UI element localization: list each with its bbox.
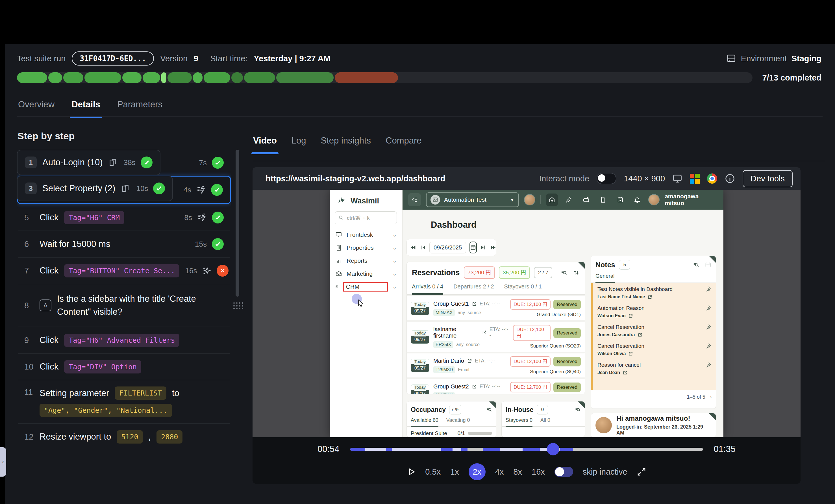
video-frame[interactable]: Wasimil ctrl/⌘ + k Frontdesk ⌄ Propertie… (252, 190, 800, 437)
tab-general[interactable]: General (595, 273, 615, 283)
reservation-row[interactable]: Today09/27 Group Guest2 ETA: --:-- MINZA… (407, 378, 585, 395)
home-nav-icon[interactable] (546, 194, 558, 206)
external-link-icon[interactable] (628, 351, 633, 356)
monitor-icon[interactable] (672, 174, 683, 184)
skip-start-icon[interactable] (420, 244, 426, 250)
note-item[interactable]: Test Notes visible in Dashboard Last Nam… (593, 283, 716, 302)
tab-stayovers[interactable]: Stayovers 0 / 1 (504, 283, 542, 294)
external-link-icon[interactable] (648, 295, 652, 300)
sidebar-collapse-button[interactable] (408, 193, 421, 206)
speed-16x-button[interactable]: 16x (532, 467, 545, 477)
skip-end-icon[interactable] (480, 244, 486, 250)
skip-inactive-toggle[interactable] (554, 467, 573, 477)
note-item[interactable]: Cancel Reservation Wilson Olivia (593, 340, 716, 359)
sort-icon[interactable] (573, 269, 579, 276)
sidebar-item-marketing[interactable]: Marketing ⌄ (330, 267, 402, 280)
pin-icon[interactable] (706, 324, 711, 330)
tab-overview[interactable]: Overview (18, 99, 55, 115)
pin-icon[interactable] (706, 362, 711, 368)
external-link-icon[interactable] (472, 301, 477, 306)
speed-1x-button[interactable]: 1x (450, 467, 459, 477)
calendar-add-icon[interactable] (614, 194, 626, 206)
step-row-7[interactable]: 7 Click Tag="BUTTON" Create Se... 16s (17, 258, 231, 284)
fast-forward-icon[interactable] (490, 244, 496, 250)
list-search-icon[interactable] (561, 269, 567, 276)
date-input[interactable]: 09/26/2025 (429, 242, 466, 254)
external-link-icon[interactable] (628, 314, 633, 318)
user-avatar[interactable] (648, 194, 659, 205)
note-item[interactable]: Cancel Reservation Jones Cassandra (593, 321, 716, 340)
rewind-icon[interactable] (410, 244, 416, 250)
run-progress-bar[interactable] (17, 72, 753, 83)
step-row-10[interactable]: 10 Click Tag="DIV" Option (17, 354, 231, 380)
tab-parameters[interactable]: Parameters (117, 99, 162, 115)
page-url[interactable]: https://wasimil-staging-v2.web.app/dashb… (266, 174, 445, 183)
sidebar-item-reports[interactable]: Reports ⌄ (330, 254, 402, 267)
date-navigation-bar: 09/26/2025 (406, 239, 496, 256)
external-link-icon[interactable] (467, 359, 472, 364)
tab-step-insights[interactable]: Step insights (321, 136, 371, 152)
note-title: Reason for cancel (597, 362, 641, 368)
panel-resize-handle[interactable] (233, 302, 245, 311)
chevron-down-icon: ⌄ (393, 271, 396, 277)
tab-arrivals[interactable]: Arrivals 0 / 4 (412, 283, 443, 295)
step-row-5[interactable]: 5 Click Tag="H6" CRM 8s (17, 204, 231, 230)
pin-icon[interactable] (706, 305, 711, 311)
external-link-icon[interactable] (623, 370, 627, 375)
collapsed-panel-tab[interactable]: ‹ (0, 447, 6, 477)
tab-log[interactable]: Log (291, 136, 306, 152)
calendar-button[interactable] (469, 242, 477, 254)
tab-all[interactable]: All 0 (541, 417, 550, 426)
avatar[interactable] (524, 194, 535, 205)
step-row-9[interactable]: 9 Click Tag="H6" Advanced Filters (17, 327, 231, 353)
run-id-pill[interactable]: 31F0417D-6ED... (72, 52, 154, 65)
file-add-icon[interactable] (597, 194, 609, 206)
reservation-row[interactable]: Today09/27 Martin Dario ETA: --:-- T29M3… (407, 352, 585, 378)
housekeeping-icon[interactable] (563, 194, 575, 206)
pin-icon[interactable] (706, 286, 711, 292)
notifications-bell-icon[interactable] (631, 194, 643, 206)
steps-scrollbar[interactable] (236, 150, 239, 297)
speed-8x-button[interactable]: 8x (513, 467, 522, 477)
dev-tools-button[interactable]: Dev tools (742, 170, 793, 187)
tab-compare[interactable]: Compare (386, 136, 422, 152)
playhead-handle[interactable] (547, 443, 559, 456)
tab-available[interactable]: Available 60 (411, 417, 439, 427)
external-link-icon[interactable] (472, 384, 477, 389)
step-row-8[interactable]: 8 A Is the a sidebar with the title 'Cre… (17, 284, 231, 327)
info-icon[interactable] (725, 173, 735, 184)
list-search-icon[interactable] (693, 262, 699, 268)
speed-4x-button[interactable]: 4x (495, 467, 504, 477)
external-link-icon[interactable] (637, 332, 643, 337)
step-row-11[interactable]: 11 Setting parameter FILTERLIST to "Age"… (17, 380, 231, 423)
play-button-icon[interactable] (407, 467, 415, 476)
note-item[interactable]: Automation Reason Watson Evan (593, 302, 716, 321)
property-selector-dropdown[interactable]: Automation Test ▼ (426, 193, 519, 207)
note-item[interactable]: Reason for cancel Jean Dean (593, 359, 716, 378)
tab-vacating[interactable]: Vacating 0 (446, 417, 470, 426)
external-link-icon[interactable] (482, 330, 487, 335)
sidebar-item-properties[interactable]: Properties ⌄ (330, 241, 402, 254)
step-row-3[interactable]: 3 Select Property (2) 10s (17, 176, 173, 201)
step-row-1[interactable]: 1 Auto-Login (10) 38s (17, 150, 160, 175)
sidebar-item-frontdesk[interactable]: Frontdesk ⌄ (330, 228, 402, 241)
step-row-12[interactable]: 12 Resize viewport to 5120 , 2880 (17, 424, 231, 450)
tab-departures[interactable]: Departures 2 / 2 (453, 283, 494, 294)
tab-details[interactable]: Details (72, 99, 100, 115)
mailbox-icon[interactable] (580, 194, 592, 206)
pin-icon[interactable] (706, 343, 711, 349)
app-search-input[interactable]: ctrl/⌘ + k (335, 211, 397, 224)
tab-stayovers[interactable]: Stayovers 0 (506, 417, 532, 427)
speed-0.5x-button[interactable]: 0.5x (425, 467, 441, 477)
next-page-chevron-icon[interactable]: › (710, 393, 712, 401)
tab-video[interactable]: Video (253, 136, 277, 152)
reservation-row[interactable]: Today09/27 Group Guest1 ETA: --:-- MINZA… (407, 295, 585, 320)
reservation-row[interactable]: Today09/27 lastname firstname ETA: --:--… (407, 320, 585, 352)
fullscreen-icon[interactable] (637, 467, 646, 476)
speed-2x-button[interactable]: 2x (469, 463, 486, 480)
sidebar-item-crm[interactable]: CRM ⌄ (330, 280, 402, 293)
interact-mode-toggle[interactable] (596, 173, 616, 184)
step-row-6[interactable]: 6 Wait for 15000 ms 15s (17, 231, 231, 257)
room-label: Grand Deluxe (GD1) (537, 312, 581, 318)
video-timeline[interactable] (350, 448, 703, 451)
